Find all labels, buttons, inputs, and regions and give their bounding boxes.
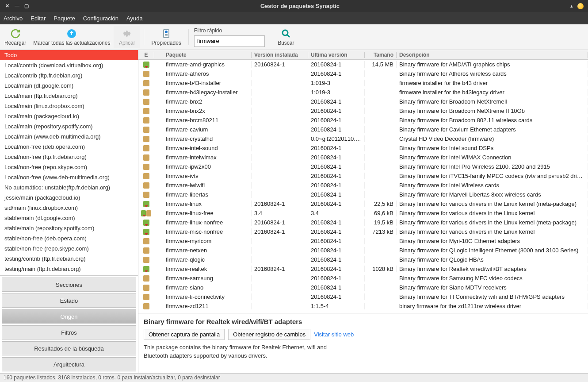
view-sections-button[interactable]: Secciones [2,278,136,292]
maximize-icon[interactable]: ▢ [24,3,29,9]
origin-row[interactable]: testing/contrib (ftp.fr.debian.org) [0,254,138,264]
origin-row[interactable]: sid/main (linux.dropbox.com) [0,203,138,213]
origin-row[interactable]: Local/main (www.deb-multimedia.org) [0,131,138,142]
table-row[interactable]: firmware-siano20160824-1Binary firmware … [138,283,588,292]
cell-package: firmware-bnx2 [163,98,252,105]
cell-installed: 3.4 [252,210,308,216]
origin-row[interactable]: Local/non-free (ftp.fr.debian.org) [0,152,138,162]
origin-row[interactable]: Todo [0,50,138,60]
table-row[interactable]: firmware-bnx2x20160824-1Binary firmware … [138,106,588,116]
view-origin-button[interactable]: Origen [2,309,136,324]
col-header-latest[interactable]: Última versión [308,52,365,58]
table-row[interactable]: firmware-netxen20160824-1Binary firmware… [138,246,588,255]
origin-row[interactable]: testing/main (ftp.fr.debian.org) [0,264,138,274]
table-row[interactable]: firmware-amd-graphics20160824-120160824-… [138,60,588,69]
view-architecture-button[interactable]: Arquitectura [2,357,136,371]
origin-row[interactable]: Local/main (ftp.fr.debian.org) [0,91,138,101]
status-install-icon [141,210,146,216]
table-row[interactable]: firmware-misc-nonfree20160824-120160824-… [138,227,588,236]
menu-help[interactable]: Ayuda [126,15,143,22]
view-filters-button[interactable]: Filtros [2,325,136,340]
cell-package: firmware-qlogic [163,256,252,263]
minimize-icon[interactable]: — [15,3,19,9]
table-row[interactable]: firmware-linux20160824-120160824-122,5 k… [138,199,588,208]
table-row[interactable]: firmware-linux-nonfree20160824-120160824… [138,218,588,227]
col-header-desc[interactable]: Descripción [397,52,588,58]
reload-label: Recargar [4,40,26,46]
origin-row[interactable]: Local/main (repository.spotify.com) [0,121,138,131]
origin-row[interactable]: stable/main (repository.spotify.com) [0,223,138,233]
quick-filter-input[interactable] [194,35,265,47]
close-icon[interactable]: ✕ [5,3,9,9]
table-row[interactable]: firmware-bnx220160824-1Binary firmware f… [138,97,588,106]
table-row[interactable]: firmware-cavium20160824-1Binary firmware… [138,125,588,134]
cell-desc: Binary firmware for Atheros wireless car… [397,70,588,77]
table-row[interactable]: firmware-atheros20160824-1Binary firmwar… [138,69,588,78]
cell-latest: 20160824-1 [308,293,365,300]
table-row[interactable]: firmware-iwlwifi20160824-1Binary firmwar… [138,181,588,190]
visit-website-link[interactable]: Visitar sitio web [314,331,354,338]
col-header-installed[interactable]: Versión instalada [252,52,308,58]
cell-desc: Binary firmware for Intel WiMAX Connecti… [397,154,588,161]
table-row[interactable]: firmware-crystalhd0.0~git20120110.fdd2f1… [138,134,588,143]
origin-row[interactable]: jessie/main (packagecloud.io) [0,193,138,203]
menu-settings[interactable]: Configuración [83,15,118,22]
table-row[interactable]: firmware-linux-free3.43.469,6 kBBinary f… [138,208,588,218]
cell-desc: Binary firmware for QLogic HBAs [397,256,588,263]
table-row[interactable]: firmware-zd12111:1.5-4binary firmware fo… [138,301,588,311]
origin-row[interactable]: Local/main (packagecloud.io) [0,111,138,121]
origin-row[interactable]: Local/contrib (ftp.fr.debian.org) [0,70,138,81]
apply-button: Aplicar [114,26,140,48]
origin-row[interactable]: stable/non-free (deb.opera.com) [0,233,138,243]
menu-file[interactable]: Archivo [4,15,23,22]
arrow-up-icon[interactable]: ▴ [570,3,573,9]
table-row[interactable]: firmware-brcm8021120160824-1Binary firmw… [138,116,588,125]
table-header[interactable]: E Paquete Versión instalada Última versi… [138,50,588,60]
col-header-e[interactable]: E [138,52,154,58]
properties-button[interactable]: Propiedades [148,26,184,48]
table-row[interactable]: firmware-samsung20160824-1Binary firmwar… [138,274,588,283]
origin-row[interactable]: Local/non-free (deb.opera.com) [0,142,138,152]
view-status-button[interactable]: Estado [2,293,136,308]
table-row[interactable]: firmware-intel-sound20160824-1Binary fir… [138,143,588,153]
col-header-package[interactable]: Paquete [163,52,252,58]
table-row[interactable]: firmware-myricom20160824-1Binary firmwar… [138,236,588,246]
cell-latest: 1:1.5-4 [308,303,365,309]
cell-package: firmware-b43legacy-installer [163,89,252,96]
system-tray-icon[interactable] [577,3,584,9]
get-screenshot-button[interactable]: Obtener captura de pantalla [144,329,225,340]
cell-package: firmware-siano [163,284,252,291]
package-table[interactable]: E Paquete Versión instalada Última versi… [138,50,588,313]
origin-row[interactable]: No automático: unstable(ftp.fr.debian.or… [0,182,138,193]
table-row[interactable]: firmware-intelwimax20160824-1Binary firm… [138,153,588,162]
origin-row[interactable]: Local/non-free (repo.skype.com) [0,162,138,172]
table-row[interactable]: firmware-ti-connectivity20160824-1Binary… [138,292,588,301]
origin-list[interactable]: TodoLocal/contrib (download.virtualbox.o… [0,50,138,276]
mark-all-button[interactable]: Marcar todas las actualizaciones [30,26,114,48]
table-row[interactable]: firmware-ipw2x0020160824-1Binary firmwar… [138,162,588,171]
col-header-size[interactable]: Tamaño [365,52,397,58]
table-row[interactable]: firmware-b43legacy-installer1:019-3firmw… [138,88,588,97]
menu-package[interactable]: Paquete [53,15,75,22]
cell-latest: 20160824-1 [308,219,365,226]
status-avail-icon [143,154,149,161]
cell-desc: Binary firmware for iTVC15-family MPEG c… [397,173,588,179]
menu-edit[interactable]: Editar [31,15,46,22]
origin-row[interactable]: Local/main (dl.google.com) [0,81,138,91]
origin-row[interactable]: Local/main (linux.dropbox.com) [0,101,138,111]
origin-row[interactable]: Local/contrib (download.virtualbox.org) [0,60,138,70]
origin-row[interactable]: stable/main (dl.google.com) [0,213,138,223]
status-avail-icon [143,136,149,142]
search-button[interactable]: Buscar [273,26,299,48]
get-changelog-button[interactable]: Obtener registro de cambios [228,329,310,340]
reload-button[interactable]: Recargar [1,26,30,48]
table-row[interactable]: firmware-ivtv20160824-1Binary firmware f… [138,171,588,181]
origin-row[interactable]: stable/non-free (repo.skype.com) [0,243,138,254]
status-avail-icon [143,145,149,151]
table-row[interactable]: firmware-realtek20160824-120160824-11028… [138,264,588,274]
table-row[interactable]: firmware-qlogic20160824-1Binary firmware… [138,255,588,264]
table-row[interactable]: firmware-b43-installer1:019-3firmware in… [138,78,588,88]
origin-row[interactable]: Local/non-free (www.deb-multimedia.org) [0,172,138,182]
view-search-results-button[interactable]: Resultados de la búsqueda [2,341,136,355]
table-row[interactable]: firmware-libertas20160824-1Binary firmwa… [138,190,588,199]
